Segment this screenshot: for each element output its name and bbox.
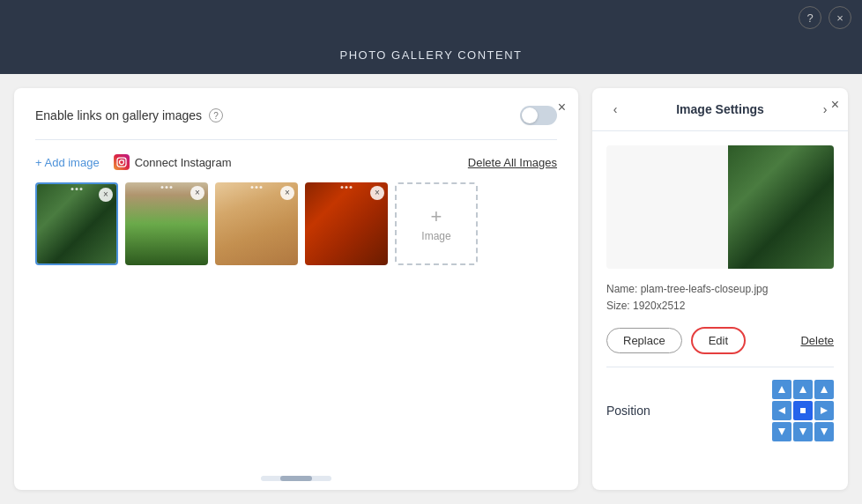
image-thumb-2[interactable]: × [125, 182, 208, 265]
enable-links-toggle[interactable] [520, 106, 557, 125]
drag-handle-3 [251, 186, 263, 189]
divider-right-1 [606, 367, 834, 367]
instagram-icon [114, 154, 130, 170]
image-actions: Replace Edit Delete [606, 327, 834, 354]
window-close-button[interactable]: × [829, 6, 851, 29]
pos-bottom-button[interactable] [793, 422, 813, 441]
add-thumb-plus-icon: + [431, 205, 442, 228]
pos-left-button[interactable] [772, 401, 791, 420]
image-thumb-4[interactable]: × [305, 182, 388, 265]
add-image-thumb[interactable]: + Image [395, 182, 478, 265]
pos-top-right-button[interactable] [814, 380, 834, 399]
drag-handle-4 [341, 186, 353, 189]
add-thumb-label: Image [421, 230, 450, 242]
svg-marker-3 [778, 386, 785, 393]
pos-bottom-left-button[interactable] [772, 422, 791, 441]
top-bar: ? × [0, 0, 862, 35]
left-panel-close-button[interactable]: × [556, 99, 568, 116]
position-label: Position [606, 404, 650, 418]
connect-instagram-label: Connect Instagram [135, 156, 232, 169]
delete-all-images-button[interactable]: Delete All Images [468, 156, 557, 169]
svg-point-2 [123, 159, 124, 160]
svg-marker-8 [821, 407, 828, 414]
image-name: Name: plam-tree-leafs-closeup.jpg [606, 281, 834, 298]
svg-marker-9 [778, 428, 785, 435]
pos-top-button[interactable] [793, 380, 813, 399]
position-grid [772, 380, 834, 441]
edit-button[interactable]: Edit [691, 327, 746, 354]
svg-marker-11 [821, 428, 828, 435]
drag-handle-2 [161, 186, 173, 189]
pos-bottom-right-button[interactable] [814, 422, 834, 441]
divider-1 [35, 139, 557, 140]
delete-image-button[interactable]: Delete [800, 334, 834, 347]
image-preview [606, 145, 834, 269]
dialog-title: PHOTO GALLERY CONTENT [339, 48, 522, 62]
remove-image-3-button[interactable]: × [280, 186, 294, 200]
replace-button[interactable]: Replace [606, 328, 682, 353]
remove-image-4-button[interactable]: × [370, 186, 384, 200]
svg-point-1 [119, 160, 123, 165]
svg-marker-4 [799, 386, 806, 393]
right-panel-title: Image Settings [624, 102, 816, 116]
pos-right-button[interactable] [814, 401, 834, 420]
images-grid: × × × [35, 182, 557, 265]
image-meta: Name: plam-tree-leafs-closeup.jpg Size: … [606, 281, 834, 315]
left-panel: × Enable links on gallery images ? + Add… [14, 88, 578, 490]
enable-links-label: Enable links on gallery images [35, 108, 202, 122]
action-left-group: + Add image Connect Instagram [35, 154, 231, 170]
svg-rect-7 [800, 408, 806, 413]
right-panel-header: ‹ Image Settings › × [592, 88, 848, 131]
help-button[interactable]: ? [799, 6, 821, 29]
image-thumb-3[interactable]: × [215, 182, 298, 265]
right-panel: ‹ Image Settings › × Name: plam-tree-lea… [592, 88, 848, 490]
main-area: × Enable links on gallery images ? + Add… [0, 74, 862, 504]
right-panel-close-button[interactable]: × [831, 97, 839, 113]
remove-image-1-button[interactable]: × [99, 188, 113, 202]
preview-image-container [728, 145, 834, 269]
image-size: Size: 1920x2512 [606, 298, 834, 315]
image-thumb-1[interactable]: × [35, 182, 118, 265]
svg-marker-10 [799, 428, 806, 435]
title-bar: PHOTO GALLERY CONTENT [0, 35, 862, 74]
pos-top-left-button[interactable] [772, 380, 791, 399]
add-image-button[interactable]: + Add image [35, 156, 100, 169]
svg-marker-6 [778, 407, 785, 414]
remove-image-2-button[interactable]: × [190, 186, 204, 200]
action-row: + Add image Connect Instagram Delete All… [35, 154, 557, 170]
right-panel-body: Name: plam-tree-leafs-closeup.jpg Size: … [592, 131, 848, 490]
drag-handle-1 [71, 188, 83, 190]
panel-scrollbar[interactable] [261, 476, 331, 481]
position-section: Position [606, 380, 834, 441]
pos-center-button[interactable] [793, 401, 813, 420]
svg-marker-5 [821, 386, 828, 393]
toggle-row: Enable links on gallery images ? [35, 106, 557, 125]
toggle-label-group: Enable links on gallery images ? [35, 108, 223, 122]
help-icon[interactable]: ? [209, 108, 223, 122]
prev-image-button[interactable]: ‹ [606, 100, 624, 118]
connect-instagram-button[interactable]: Connect Instagram [114, 154, 232, 170]
svg-rect-0 [117, 158, 126, 167]
